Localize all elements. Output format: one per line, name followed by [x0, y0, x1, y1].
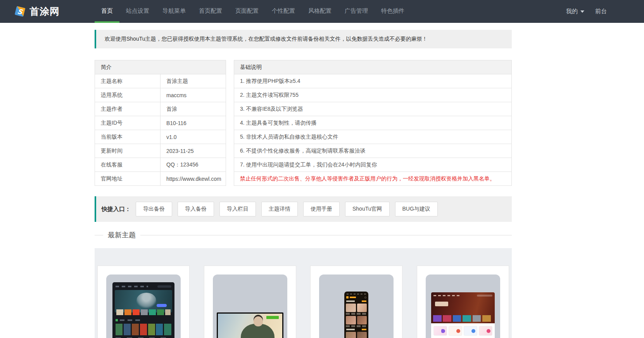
theme-card-1[interactable]	[97, 266, 190, 338]
preview-hero-title	[435, 302, 448, 306]
nav-my-label: 我的	[566, 8, 578, 15]
nav-item-ad-management[interactable]: 广告管理	[338, 0, 375, 23]
table-row: 6. 不提供个性化修改服务，高端定制请联系客服洽谈	[234, 144, 512, 158]
note-item: 5. 非技术人员请勿私自修改主题核心文件	[234, 130, 512, 144]
nav-item-plugins[interactable]: 特色插件	[375, 0, 411, 23]
nav-item-nav-menu[interactable]: 导航菜单	[156, 0, 192, 23]
preview-video-frame	[218, 314, 282, 338]
preview-status-bar	[347, 293, 366, 295]
preview-title-dashes	[120, 319, 142, 321]
official-site-url[interactable]: https://www.dkewl.com	[161, 172, 226, 186]
theme-details-button[interactable]: 主题详情	[261, 202, 298, 216]
caret-down-icon	[580, 10, 584, 13]
note-item: 7. 使用中出现问题请提交工单，我们会在24小时内回复你	[234, 158, 512, 172]
page: S 首涂网 首页 站点设置 导航菜单 首页配置 页面配置 个性配置 风格配置 广…	[0, 0, 644, 338]
logo-text: 首涂网	[29, 5, 60, 18]
official-site-button[interactable]: ShouTu官网	[345, 202, 390, 216]
notes-table: 基础说明 1. 推荐使用PHP版本≥5.4 2. 主题文件读写权限755 3. …	[234, 60, 512, 186]
nav-item-style-config[interactable]: 风格配置	[302, 0, 338, 23]
quick-links-label: 快捷入口：	[102, 206, 131, 213]
preview-poster-strip	[116, 309, 171, 315]
note-item: 3. 不兼容IE8及以下浏览器	[234, 102, 512, 116]
preview-content-area	[431, 323, 495, 338]
preview-section-label	[346, 329, 355, 330]
preview-tile-row	[346, 332, 367, 338]
table-row: 在线客服 QQ：123456	[95, 158, 226, 172]
preview-more-chip	[362, 300, 366, 302]
preview-tile	[357, 316, 367, 324]
note-item: 1. 推荐使用PHP版本≥5.4	[234, 74, 512, 88]
preview-poster-grid-row	[116, 324, 171, 335]
preview-tile	[357, 304, 367, 312]
preview-topnav	[116, 285, 171, 288]
main-menu: 首页 站点设置 导航菜单 首页配置 页面配置 个性配置 风格配置 广告管理 特色…	[95, 0, 411, 23]
table-row: 禁止任何形式的二次出售、分享他人等侵害作者及正版用户的行为，一经发现取消授权资格…	[234, 172, 512, 186]
table-row: 4. 主题具备可复制性，请勿传播	[234, 116, 512, 130]
preview-section-label	[346, 300, 355, 302]
import-backup-button[interactable]: 导入备份	[178, 202, 214, 216]
preview-tile	[346, 316, 356, 324]
preview-caption-row	[346, 313, 367, 315]
top-navbar: S 首涂网 首页 站点设置 导航菜单 首页配置 页面配置 个性配置 风格配置 广…	[0, 0, 644, 23]
theme-card-4[interactable]	[417, 266, 509, 338]
site-logo[interactable]: S 首涂网	[0, 0, 95, 23]
intro-value: QQ：123456	[161, 158, 226, 172]
export-backup-button[interactable]: 导出备份	[136, 202, 172, 216]
table-row: 主题名称 首涂主题	[95, 74, 226, 88]
preview-chip	[479, 326, 492, 336]
intro-value: 2023-11-25	[161, 144, 226, 158]
preview-tile	[346, 332, 356, 338]
intro-label: 适用系统	[95, 88, 161, 102]
intro-value: maccms	[161, 88, 226, 102]
nav-frontend-link[interactable]: 前台	[595, 8, 607, 15]
nav-item-home-config[interactable]: 首页配置	[192, 0, 229, 23]
intro-label: 主题ID号	[95, 116, 161, 130]
intro-value: B10-116	[161, 116, 226, 130]
heading-line-left	[95, 235, 103, 235]
navbar-right: 我的 前台	[566, 0, 644, 23]
nav-my-dropdown[interactable]: 我的	[566, 8, 584, 15]
preview-chip	[464, 326, 477, 336]
preview-feature-chips	[433, 326, 492, 336]
table-row: 当前版本 v1.0	[95, 130, 226, 144]
preview-nav-links	[433, 295, 460, 296]
preview-tile-row	[346, 316, 367, 324]
theme-card-3[interactable]	[310, 266, 402, 338]
nav-item-site-settings[interactable]: 站点设置	[119, 0, 156, 23]
preview-section-row	[346, 300, 366, 302]
table-row: 2. 主题文件读写权限755	[234, 88, 512, 102]
user-manual-button[interactable]: 使用手册	[303, 202, 340, 216]
table-row: 主题ID号 B10-116	[95, 116, 226, 130]
preview-character-head	[254, 316, 263, 326]
import-columns-button[interactable]: 导入栏目	[219, 202, 256, 216]
preview-hero-banner	[431, 292, 495, 323]
intro-label: 更新时间	[95, 144, 161, 158]
bug-suggestion-button[interactable]: BUG与建议	[395, 202, 438, 216]
note-item: 2. 主题文件读写权限755	[234, 88, 512, 102]
intro-value: 首涂主题	[161, 74, 226, 88]
preview-section-title	[116, 319, 171, 321]
welcome-text: 欢迎使用ShouTu主题，您已获得授权使用本主题管理系统，在您配置或修改文件前请…	[105, 36, 428, 43]
theme-thumb-4	[426, 275, 500, 338]
preview-app-title	[350, 297, 356, 298]
preview-green-watermark	[266, 316, 279, 319]
main-container: 欢迎使用ShouTu主题，您已获得授权使用本主题管理系统，在您配置或修改文件前请…	[95, 30, 512, 338]
preview-search-pill	[477, 295, 492, 297]
theme-thumb-2	[213, 275, 287, 338]
nav-item-home[interactable]: 首页	[95, 0, 119, 23]
preview-search-pill	[157, 285, 171, 288]
table-row: 主题作者 首涂	[95, 102, 226, 116]
preview-section-row	[346, 329, 366, 330]
table-row: 官网地址 https://www.dkewl.com	[95, 172, 226, 186]
preview-more-chip	[362, 329, 366, 330]
nav-item-custom-config[interactable]: 个性配置	[265, 0, 302, 23]
table-row: 1. 推荐使用PHP版本≥5.4	[234, 74, 512, 88]
light-desktop-site-theme-preview	[431, 292, 495, 338]
theme-card-2[interactable]	[204, 266, 296, 338]
table-row: 适用系统 maccms	[95, 88, 226, 102]
nav-item-page-config[interactable]: 页面配置	[229, 0, 265, 23]
preview-play-button	[157, 304, 167, 307]
preview-tile	[357, 332, 367, 338]
preview-caption-row	[346, 325, 367, 327]
intro-table-header: 简介	[95, 60, 226, 74]
